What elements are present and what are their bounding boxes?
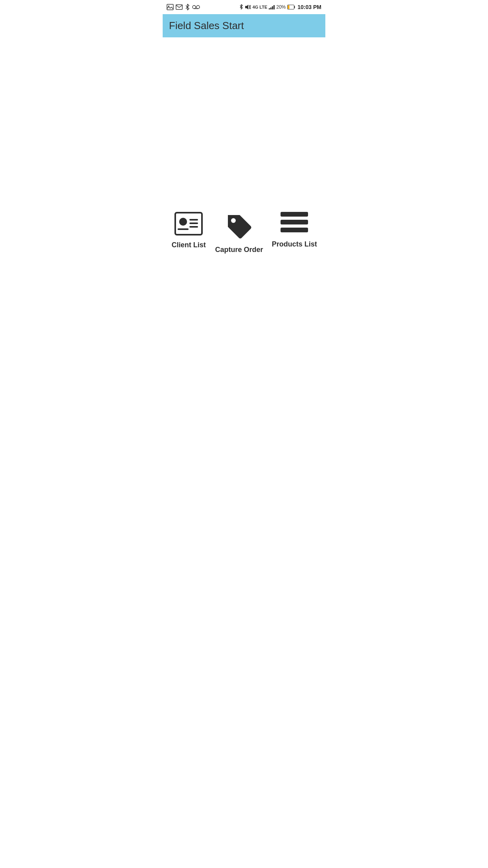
svg-point-13 <box>179 218 187 226</box>
battery-percent: 20% <box>276 4 286 10</box>
svg-point-3 <box>193 6 196 9</box>
products-list-button[interactable]: Products List <box>268 208 321 252</box>
svg-rect-14 <box>189 219 198 221</box>
svg-rect-10 <box>294 6 295 8</box>
svg-point-4 <box>196 6 200 9</box>
time-display: 10:03 PM <box>297 4 321 10</box>
list-icon <box>281 212 308 235</box>
svg-rect-17 <box>178 228 189 230</box>
svg-rect-19 <box>281 212 308 217</box>
id-card-icon <box>174 212 203 235</box>
products-list-label: Products List <box>272 240 317 248</box>
capture-order-button[interactable]: Capture Order <box>211 208 267 258</box>
svg-point-18 <box>231 218 236 223</box>
app-header: Field Sales Start <box>163 14 325 37</box>
tag-icon <box>225 212 253 240</box>
menu-row: Client List Capture Order Products Li <box>163 208 325 258</box>
image-icon <box>167 4 174 10</box>
status-bar: 4G LTE 20% 10:03 PM <box>163 0 325 14</box>
svg-rect-20 <box>281 220 308 224</box>
bluetooth-icon <box>185 4 190 10</box>
battery-icon <box>287 5 295 9</box>
network-label: 4G LTE <box>253 5 268 9</box>
svg-marker-6 <box>245 5 248 9</box>
mute-icon <box>245 4 251 10</box>
status-bar-right: 4G LTE 20% 10:03 PM <box>239 4 321 10</box>
svg-rect-11 <box>288 6 290 9</box>
mail-icon <box>176 4 183 10</box>
client-list-label: Client List <box>172 241 206 249</box>
svg-rect-12 <box>175 213 202 235</box>
svg-rect-16 <box>189 226 198 228</box>
voicemail-icon <box>192 4 200 10</box>
app-title: Field Sales Start <box>169 20 244 31</box>
client-list-button[interactable]: Client List <box>167 208 210 253</box>
svg-rect-15 <box>189 223 198 224</box>
svg-rect-2 <box>176 5 182 9</box>
svg-rect-21 <box>281 228 308 232</box>
capture-order-label: Capture Order <box>215 246 263 254</box>
bluetooth-status-icon <box>239 4 243 10</box>
signal-bars <box>269 5 275 9</box>
status-bar-left-icons <box>167 4 200 10</box>
main-content: Client List Capture Order Products Li <box>163 37 325 289</box>
